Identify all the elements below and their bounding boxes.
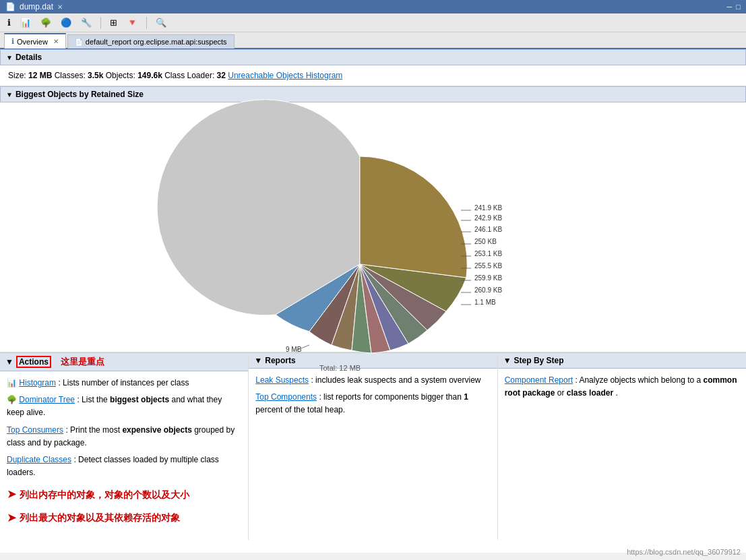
svg-text:255.5 KB: 255.5 KB <box>474 262 502 270</box>
tab-report-icon: 📄 <box>75 38 83 46</box>
title-controls: ─ □ <box>727 3 741 11</box>
duplicate-item: Duplicate Classes : Detect classes loade… <box>7 454 241 479</box>
tab-default-report[interactable]: 📄 default_report org.eclipse.mat.api:sus… <box>67 34 235 49</box>
component-report-desc2: or <box>557 388 567 398</box>
search-toolbar-btn[interactable]: 🔍 <box>152 15 170 30</box>
stepbystep-content: Component Report : Analyze objects which… <box>498 369 746 409</box>
svg-text:1.1 MB: 1.1 MB <box>474 299 496 306</box>
actions-arrow: ▼ <box>5 357 13 367</box>
histogram-icon: 📊 <box>7 378 17 387</box>
tab-overview[interactable]: ℹ Overview ✕ <box>4 33 66 49</box>
top-components-item: Top Components : list reports for compon… <box>255 391 490 416</box>
chart-container: 241.9 KB 242.9 KB 246.1 KB 250 KB 253.1 … <box>0 102 746 352</box>
top-components-bold: 1 <box>464 392 468 402</box>
unreachable-link[interactable]: Unreachable Objects Histogram <box>228 71 342 80</box>
svg-text:259.9 KB: 259.9 KB <box>474 274 502 282</box>
tab-overview-icon: ℹ <box>11 37 14 46</box>
topconsumers-item: Top Consumers : Print the most expensive… <box>7 424 241 449</box>
svg-text:250 KB: 250 KB <box>474 238 497 245</box>
toolbar: ℹ 📊 🌳 🔵 🔧 ⊞ 🔻 🔍 <box>0 13 746 32</box>
histogram-link[interactable]: Histogram <box>19 378 56 387</box>
dominator-bold: biggest objects <box>110 395 169 404</box>
topconsumers-link[interactable]: Top Consumers <box>7 425 63 435</box>
annotation-row2: ➤ 列出最大的对象以及其依赖存活的对象 <box>7 508 241 528</box>
tab-bar: ℹ Overview ✕ 📄 default_report org.eclips… <box>0 32 746 49</box>
duplicate-link[interactable]: Duplicate Classes <box>7 455 71 464</box>
svg-text:Total: 12 MB: Total: 12 MB <box>319 364 361 372</box>
component-report-desc3: . <box>615 388 617 398</box>
toolbar-sep1 <box>100 17 101 29</box>
title-left: 📄 dump.dat ✕ <box>5 2 63 11</box>
dominator-icon: 🌳 <box>7 395 17 404</box>
actions-title: Actions <box>16 356 51 368</box>
classes-value: 3.5k <box>88 71 103 80</box>
pie-chart-svg: 241.9 KB 242.9 KB 246.1 KB 250 KB 253.1 … <box>232 116 515 372</box>
annotation-text2: 列出内存中的对象，对象的个数以及大小 <box>20 487 189 502</box>
biggest-objects-header[interactable]: ▼ Biggest Objects by Retained Size <box>0 86 746 102</box>
topconsumers-bold: expensive objects <box>122 425 191 435</box>
classloader-label: Class Loader: <box>164 71 216 80</box>
dropdown-toolbar-btn[interactable]: 🔻 <box>123 15 141 30</box>
objects-value: 149.6k <box>137 71 162 80</box>
actions-content: 📊 Histogram : Lists number of instances … <box>0 371 248 533</box>
heap-toolbar-btn[interactable]: 🔧 <box>77 15 95 30</box>
toolbar-sep2 <box>146 17 147 29</box>
top-components-desc2: percent of the total heap. <box>255 405 345 414</box>
biggest-objects-title: Biggest Objects by Retained Size <box>15 90 144 99</box>
actions-column: ▼ Actions 这里是重点 📊 Histogram : Lists numb… <box>0 353 249 540</box>
svg-text:241.9 KB: 241.9 KB <box>474 204 502 212</box>
stepbystep-header[interactable]: ▼ Step By Step <box>498 353 746 369</box>
actions-header[interactable]: ▼ Actions 这里是重点 <box>0 353 248 371</box>
size-value: 12 MB <box>28 71 52 80</box>
actions-annotation: 这里是重点 <box>61 356 104 368</box>
dominator-item: 🌳 Dominator Tree : List the biggest obje… <box>7 394 241 419</box>
classloader-value: 32 <box>217 71 226 80</box>
info-toolbar-btn[interactable]: ℹ <box>4 15 14 30</box>
watermark: https://blog.csdn.net/qq_36079912 <box>627 548 741 553</box>
stepbystep-title: Step By Step <box>514 356 564 365</box>
layout-toolbar-btn[interactable]: ⊞ <box>106 15 121 30</box>
biggest-objects-arrow: ▼ <box>6 91 13 98</box>
objects-label: Objects: <box>106 71 137 80</box>
details-arrow: ▼ <box>6 54 13 61</box>
leak-suspects-item: Leak Suspects : includes leak suspects a… <box>255 374 490 387</box>
svg-text:253.1 KB: 253.1 KB <box>474 250 502 257</box>
tab-report-label: default_report org.eclipse.mat.api:suspe… <box>86 38 227 46</box>
reports-column: ▼ Reports Leak Suspects : includes leak … <box>249 353 497 540</box>
histogram-desc: : Lists number of instances per class <box>58 378 189 387</box>
component-report-link[interactable]: Component Report <box>505 375 573 385</box>
component-report-desc: : Analyze objects which belong to a <box>575 375 703 385</box>
tab-overview-label: Overview <box>17 38 48 46</box>
stepbystep-column: ▼ Step By Step Component Report : Analyz… <box>498 353 746 540</box>
classes-label: Classes: <box>55 71 88 80</box>
file-title: dump.dat <box>20 2 53 11</box>
top-components-link[interactable]: Top Components <box>255 392 317 402</box>
component-report-bold2: class loader <box>567 388 613 398</box>
annotation-text3: 列出最大的对象以及其依赖存活的对象 <box>20 510 180 525</box>
annotation-area: ➤ 列出内存中的对象，对象的个数以及大小 ➤ 列出最大的对象以及其依赖存活的对象 <box>7 485 241 528</box>
title-close-icon[interactable]: ✕ <box>57 3 63 11</box>
histogram-toolbar-btn[interactable]: 📊 <box>17 15 34 30</box>
file-icon: 📄 <box>5 2 15 11</box>
tab-overview-close[interactable]: ✕ <box>53 38 59 45</box>
arrow-icon2: ➤ <box>7 508 17 528</box>
details-section-header[interactable]: ▼ Details <box>0 49 746 65</box>
pie-wrapper: 241.9 KB 242.9 KB 246.1 KB 250 KB 253.1 … <box>232 116 515 345</box>
minimize-icon[interactable]: ─ <box>727 3 733 11</box>
component-report-item: Component Report : Analyze objects which… <box>505 374 739 400</box>
dominator-link[interactable]: Dominator Tree <box>19 395 75 404</box>
reports-content: Leak Suspects : includes leak suspects a… <box>249 369 497 427</box>
maximize-icon[interactable]: □ <box>736 3 741 11</box>
oql-toolbar-btn[interactable]: 🔵 <box>57 15 75 30</box>
leak-suspects-link[interactable]: Leak Suspects <box>255 375 309 385</box>
title-bar: 📄 dump.dat ✕ ─ □ <box>0 0 746 13</box>
topconsumers-desc: : Print the most <box>65 425 122 435</box>
dominator-toolbar-btn[interactable]: 🌳 <box>37 15 55 30</box>
main-content: ▼ Details Size: 12 MB Classes: 3.5k Obje… <box>0 49 746 553</box>
dominator-desc: : List the <box>77 395 110 404</box>
details-title: Details <box>15 53 42 62</box>
histogram-item: 📊 Histogram : Lists number of instances … <box>7 377 241 390</box>
chart-section: ▼ Biggest Objects by Retained Size <box>0 86 746 352</box>
bottom-sections: ▼ Actions 这里是重点 📊 Histogram : Lists numb… <box>0 352 746 540</box>
svg-text:9 MB: 9 MB <box>286 346 302 353</box>
